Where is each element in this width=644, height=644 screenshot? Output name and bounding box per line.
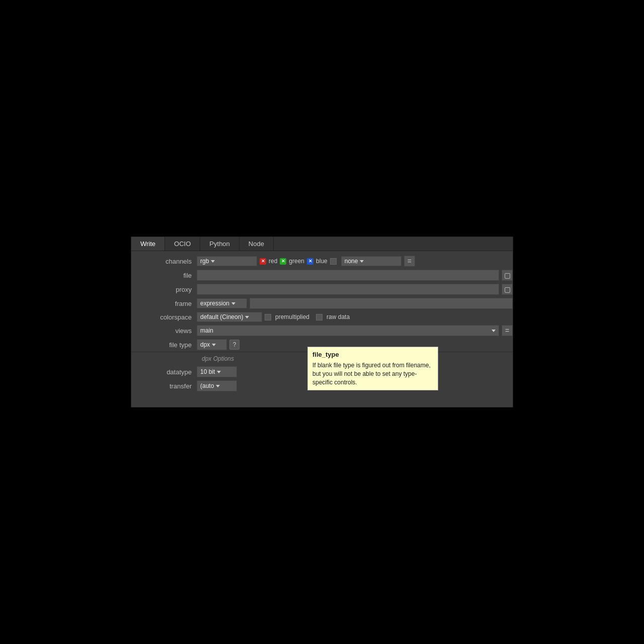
file-type-dropdown-arrow xyxy=(212,344,216,346)
frame-value: expression xyxy=(200,300,229,307)
tooltip-title: file_type xyxy=(312,350,433,359)
colorspace-dropdown-arrow xyxy=(245,316,249,318)
views-value: main xyxy=(200,327,213,334)
dpx-options-section-label: dpx Options xyxy=(197,355,234,362)
tooltip-text: If blank file type is figured out from f… xyxy=(312,362,431,386)
blue-x-btn[interactable]: ✕ xyxy=(307,258,313,265)
file-row: file ▢ xyxy=(131,268,513,282)
none-value: none xyxy=(345,258,358,265)
colorspace-value: default (Cineon) xyxy=(200,313,243,320)
file-folder-btn[interactable]: ▢ xyxy=(502,270,513,281)
file-label: file xyxy=(131,272,197,279)
proxy-field: ▢ xyxy=(197,284,513,295)
colorspace-label: colorspace xyxy=(131,313,197,321)
views-field: main = xyxy=(197,325,513,336)
views-eq-btn[interactable]: = xyxy=(502,325,513,336)
views-dropdown-arrow xyxy=(492,330,496,332)
frame-dropdown-arrow xyxy=(231,302,235,305)
file-type-tooltip: file_type If blank file type is figured … xyxy=(307,347,438,390)
channels-checkbox[interactable] xyxy=(330,258,337,265)
channels-dropdown[interactable]: rgb xyxy=(197,256,257,266)
none-dropdown-arrow xyxy=(360,260,364,263)
views-row: views main = xyxy=(131,324,513,338)
blue-label: blue xyxy=(316,258,328,265)
colorspace-dropdown[interactable]: default (Cineon) xyxy=(197,312,262,322)
transfer-dropdown-arrow xyxy=(216,385,220,387)
write-node-panel: Write OCIO Python Node channels rgb ✕ re… xyxy=(131,236,513,408)
file-input[interactable] xyxy=(197,270,499,281)
channels-value: rgb xyxy=(200,258,209,265)
raw-data-label: raw data xyxy=(327,313,350,320)
frame-field: expression xyxy=(197,298,513,309)
premultiplied-checkbox[interactable] xyxy=(265,314,271,320)
tab-python[interactable]: Python xyxy=(200,237,239,251)
transfer-label: transfer xyxy=(131,382,197,390)
transfer-dropdown[interactable]: (auto xyxy=(197,380,237,391)
green-x-btn[interactable]: ✕ xyxy=(280,258,286,265)
file-type-help-btn[interactable]: ? xyxy=(229,340,239,350)
file-field: ▢ xyxy=(197,270,513,281)
raw-data-checkbox[interactable] xyxy=(316,314,323,320)
datatype-dropdown[interactable]: 10 bit xyxy=(197,366,237,377)
file-type-value: dpx xyxy=(200,341,210,348)
transfer-value: (auto xyxy=(200,382,214,389)
premultiplied-label: premultiplied xyxy=(275,313,309,320)
colorspace-row: colorspace default (Cineon) premultiplie… xyxy=(131,310,513,324)
red-x-btn[interactable]: ✕ xyxy=(260,258,266,265)
frame-dropdown[interactable]: expression xyxy=(197,298,247,308)
proxy-input[interactable] xyxy=(197,284,499,295)
proxy-row: proxy ▢ xyxy=(131,282,513,296)
frame-label: frame xyxy=(131,300,197,307)
datatype-label: datatype xyxy=(131,368,197,376)
tab-ocio[interactable]: OCIO xyxy=(165,237,200,251)
channels-row: channels rgb ✕ red ✕ green ✕ blue none = xyxy=(131,254,513,268)
views-label: views xyxy=(131,327,197,335)
file-type-dropdown[interactable]: dpx xyxy=(197,339,227,350)
green-label: green xyxy=(289,258,304,265)
tab-bar: Write OCIO Python Node xyxy=(131,237,513,251)
colorspace-field: default (Cineon) premultiplied raw data xyxy=(197,312,513,322)
tab-node[interactable]: Node xyxy=(239,237,274,251)
datatype-value: 10 bit xyxy=(200,368,215,375)
tab-write[interactable]: Write xyxy=(131,237,165,251)
file-type-label: file type xyxy=(131,341,197,349)
channels-field: rgb ✕ red ✕ green ✕ blue none = xyxy=(197,256,513,267)
frame-input[interactable] xyxy=(250,298,513,309)
none-dropdown[interactable]: none xyxy=(341,256,401,266)
channels-dropdown-arrow xyxy=(211,260,215,263)
red-label: red xyxy=(269,258,277,265)
proxy-folder-btn[interactable]: ▢ xyxy=(502,284,513,295)
channels-label: channels xyxy=(131,258,197,265)
datatype-dropdown-arrow xyxy=(217,371,221,373)
channels-eq-btn[interactable]: = xyxy=(404,256,415,267)
proxy-label: proxy xyxy=(131,286,197,293)
views-dropdown[interactable]: main xyxy=(197,325,499,336)
frame-row: frame expression xyxy=(131,296,513,310)
